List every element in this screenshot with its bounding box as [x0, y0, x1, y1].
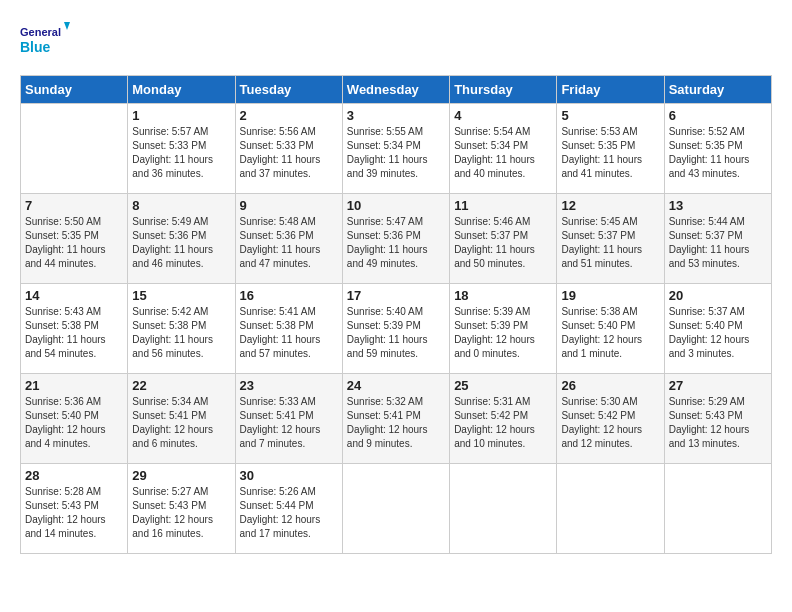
day-info: Sunrise: 5:29 AM Sunset: 5:43 PM Dayligh…: [669, 395, 767, 451]
calendar-cell: [664, 464, 771, 554]
day-info: Sunrise: 5:27 AM Sunset: 5:43 PM Dayligh…: [132, 485, 230, 541]
day-info: Sunrise: 5:54 AM Sunset: 5:34 PM Dayligh…: [454, 125, 552, 181]
calendar-cell: 16Sunrise: 5:41 AM Sunset: 5:38 PM Dayli…: [235, 284, 342, 374]
day-number: 17: [347, 288, 445, 303]
day-info: Sunrise: 5:48 AM Sunset: 5:36 PM Dayligh…: [240, 215, 338, 271]
calendar-cell: 19Sunrise: 5:38 AM Sunset: 5:40 PM Dayli…: [557, 284, 664, 374]
day-info: Sunrise: 5:37 AM Sunset: 5:40 PM Dayligh…: [669, 305, 767, 361]
header-thursday: Thursday: [450, 76, 557, 104]
day-number: 2: [240, 108, 338, 123]
day-info: Sunrise: 5:36 AM Sunset: 5:40 PM Dayligh…: [25, 395, 123, 451]
day-info: Sunrise: 5:43 AM Sunset: 5:38 PM Dayligh…: [25, 305, 123, 361]
header-wednesday: Wednesday: [342, 76, 449, 104]
day-number: 24: [347, 378, 445, 393]
day-number: 27: [669, 378, 767, 393]
day-number: 19: [561, 288, 659, 303]
day-number: 30: [240, 468, 338, 483]
calendar-cell: 30Sunrise: 5:26 AM Sunset: 5:44 PM Dayli…: [235, 464, 342, 554]
svg-text:Blue: Blue: [20, 39, 51, 55]
day-info: Sunrise: 5:44 AM Sunset: 5:37 PM Dayligh…: [669, 215, 767, 271]
day-info: Sunrise: 5:46 AM Sunset: 5:37 PM Dayligh…: [454, 215, 552, 271]
day-number: 21: [25, 378, 123, 393]
day-number: 5: [561, 108, 659, 123]
calendar-cell: 25Sunrise: 5:31 AM Sunset: 5:42 PM Dayli…: [450, 374, 557, 464]
day-number: 10: [347, 198, 445, 213]
day-info: Sunrise: 5:39 AM Sunset: 5:39 PM Dayligh…: [454, 305, 552, 361]
calendar-cell: 28Sunrise: 5:28 AM Sunset: 5:43 PM Dayli…: [21, 464, 128, 554]
day-number: 25: [454, 378, 552, 393]
day-number: 7: [25, 198, 123, 213]
calendar-cell: 27Sunrise: 5:29 AM Sunset: 5:43 PM Dayli…: [664, 374, 771, 464]
calendar-cell: 8Sunrise: 5:49 AM Sunset: 5:36 PM Daylig…: [128, 194, 235, 284]
day-info: Sunrise: 5:28 AM Sunset: 5:43 PM Dayligh…: [25, 485, 123, 541]
day-number: 18: [454, 288, 552, 303]
day-number: 14: [25, 288, 123, 303]
day-number: 9: [240, 198, 338, 213]
calendar-week-row: 1Sunrise: 5:57 AM Sunset: 5:33 PM Daylig…: [21, 104, 772, 194]
day-info: Sunrise: 5:52 AM Sunset: 5:35 PM Dayligh…: [669, 125, 767, 181]
calendar-cell: 1Sunrise: 5:57 AM Sunset: 5:33 PM Daylig…: [128, 104, 235, 194]
day-info: Sunrise: 5:56 AM Sunset: 5:33 PM Dayligh…: [240, 125, 338, 181]
day-info: Sunrise: 5:53 AM Sunset: 5:35 PM Dayligh…: [561, 125, 659, 181]
day-info: Sunrise: 5:33 AM Sunset: 5:41 PM Dayligh…: [240, 395, 338, 451]
day-info: Sunrise: 5:41 AM Sunset: 5:38 PM Dayligh…: [240, 305, 338, 361]
logo: General Blue: [20, 20, 70, 65]
day-number: 15: [132, 288, 230, 303]
day-info: Sunrise: 5:42 AM Sunset: 5:38 PM Dayligh…: [132, 305, 230, 361]
calendar-cell: 29Sunrise: 5:27 AM Sunset: 5:43 PM Dayli…: [128, 464, 235, 554]
calendar-cell: 2Sunrise: 5:56 AM Sunset: 5:33 PM Daylig…: [235, 104, 342, 194]
day-number: 1: [132, 108, 230, 123]
day-info: Sunrise: 5:55 AM Sunset: 5:34 PM Dayligh…: [347, 125, 445, 181]
calendar-cell: 21Sunrise: 5:36 AM Sunset: 5:40 PM Dayli…: [21, 374, 128, 464]
calendar-cell: 17Sunrise: 5:40 AM Sunset: 5:39 PM Dayli…: [342, 284, 449, 374]
day-number: 3: [347, 108, 445, 123]
header-monday: Monday: [128, 76, 235, 104]
day-number: 29: [132, 468, 230, 483]
calendar-cell: 20Sunrise: 5:37 AM Sunset: 5:40 PM Dayli…: [664, 284, 771, 374]
page-header: General Blue: [20, 20, 772, 65]
calendar-cell: 13Sunrise: 5:44 AM Sunset: 5:37 PM Dayli…: [664, 194, 771, 284]
svg-marker-2: [64, 22, 70, 30]
day-number: 23: [240, 378, 338, 393]
day-number: 12: [561, 198, 659, 213]
calendar-cell: 11Sunrise: 5:46 AM Sunset: 5:37 PM Dayli…: [450, 194, 557, 284]
calendar-cell: 18Sunrise: 5:39 AM Sunset: 5:39 PM Dayli…: [450, 284, 557, 374]
svg-text:General: General: [20, 26, 61, 38]
calendar-cell: [557, 464, 664, 554]
header-saturday: Saturday: [664, 76, 771, 104]
day-number: 22: [132, 378, 230, 393]
day-number: 4: [454, 108, 552, 123]
day-number: 26: [561, 378, 659, 393]
calendar-cell: [21, 104, 128, 194]
calendar-week-row: 14Sunrise: 5:43 AM Sunset: 5:38 PM Dayli…: [21, 284, 772, 374]
day-info: Sunrise: 5:32 AM Sunset: 5:41 PM Dayligh…: [347, 395, 445, 451]
day-number: 11: [454, 198, 552, 213]
day-info: Sunrise: 5:47 AM Sunset: 5:36 PM Dayligh…: [347, 215, 445, 271]
calendar-week-row: 7Sunrise: 5:50 AM Sunset: 5:35 PM Daylig…: [21, 194, 772, 284]
calendar-header-row: SundayMondayTuesdayWednesdayThursdayFrid…: [21, 76, 772, 104]
calendar-week-row: 21Sunrise: 5:36 AM Sunset: 5:40 PM Dayli…: [21, 374, 772, 464]
day-number: 8: [132, 198, 230, 213]
header-sunday: Sunday: [21, 76, 128, 104]
day-info: Sunrise: 5:57 AM Sunset: 5:33 PM Dayligh…: [132, 125, 230, 181]
day-number: 6: [669, 108, 767, 123]
day-number: 13: [669, 198, 767, 213]
day-info: Sunrise: 5:30 AM Sunset: 5:42 PM Dayligh…: [561, 395, 659, 451]
calendar-cell: 12Sunrise: 5:45 AM Sunset: 5:37 PM Dayli…: [557, 194, 664, 284]
day-info: Sunrise: 5:31 AM Sunset: 5:42 PM Dayligh…: [454, 395, 552, 451]
day-info: Sunrise: 5:26 AM Sunset: 5:44 PM Dayligh…: [240, 485, 338, 541]
calendar-cell: 5Sunrise: 5:53 AM Sunset: 5:35 PM Daylig…: [557, 104, 664, 194]
calendar-cell: 15Sunrise: 5:42 AM Sunset: 5:38 PM Dayli…: [128, 284, 235, 374]
day-info: Sunrise: 5:49 AM Sunset: 5:36 PM Dayligh…: [132, 215, 230, 271]
calendar-cell: 9Sunrise: 5:48 AM Sunset: 5:36 PM Daylig…: [235, 194, 342, 284]
calendar-table: SundayMondayTuesdayWednesdayThursdayFrid…: [20, 75, 772, 554]
day-number: 16: [240, 288, 338, 303]
calendar-cell: 10Sunrise: 5:47 AM Sunset: 5:36 PM Dayli…: [342, 194, 449, 284]
calendar-cell: 7Sunrise: 5:50 AM Sunset: 5:35 PM Daylig…: [21, 194, 128, 284]
day-number: 28: [25, 468, 123, 483]
calendar-cell: 3Sunrise: 5:55 AM Sunset: 5:34 PM Daylig…: [342, 104, 449, 194]
day-info: Sunrise: 5:40 AM Sunset: 5:39 PM Dayligh…: [347, 305, 445, 361]
calendar-cell: [342, 464, 449, 554]
calendar-cell: 14Sunrise: 5:43 AM Sunset: 5:38 PM Dayli…: [21, 284, 128, 374]
header-friday: Friday: [557, 76, 664, 104]
